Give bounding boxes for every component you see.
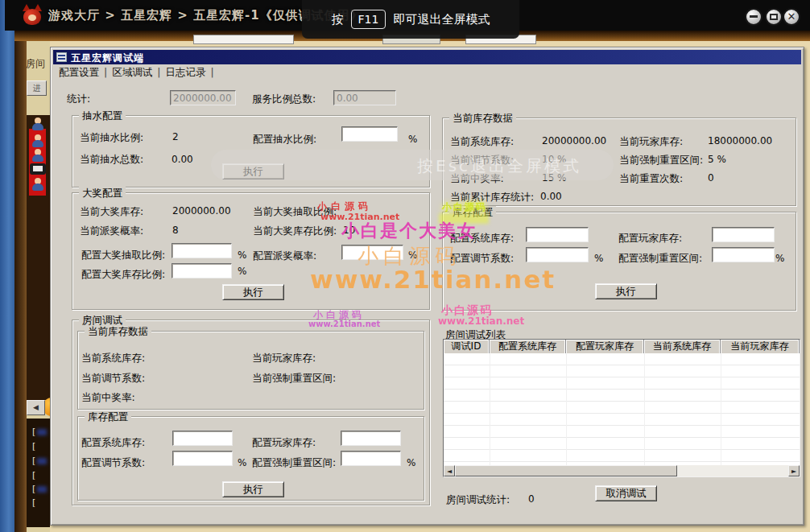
- sidebar-list-item[interactable]: [: [32, 497, 35, 508]
- tab-config-settings[interactable]: 配置设置: [56, 66, 102, 80]
- avatar-body-icon: [32, 123, 43, 130]
- room-current-adjust-factor-label: 当前调节系数:: [81, 372, 145, 386]
- room-debug-table[interactable]: 调试ID 配置系统库存 配置玩家库存 当前系统库存 当前玩家库存 ◄ ►: [443, 339, 800, 477]
- percent-sign: %: [407, 457, 415, 468]
- room-config-system-stock-label: 配置系统库存:: [81, 436, 145, 450]
- room-stock-config-title: 库存配置: [85, 410, 131, 424]
- jackpot-config-title: 大奖配置: [79, 187, 126, 200]
- sidebar-enter-button[interactable]: 进: [27, 80, 47, 96]
- config-jackpot-pool-ratio-label: 配置大奖库存比例:: [81, 268, 165, 282]
- table-body: [444, 353, 800, 465]
- config-jackpot-pool-ratio-input[interactable]: [172, 263, 232, 278]
- scroll-left-arrow-icon[interactable]: ◄: [444, 465, 455, 476]
- room-config-adjust-factor-label: 配置调节系数:: [81, 456, 145, 470]
- horizontal-scrollbar[interactable]: ◄ ►: [444, 465, 800, 476]
- config-pump-ratio-input[interactable]: [341, 126, 398, 142]
- watermark-url: www.21tian.net: [438, 315, 524, 327]
- minimize-icon: [750, 15, 758, 18]
- current-player-stock-label: 当前玩家库存:: [619, 135, 683, 149]
- tab-bar: 配置设置|区域调试|日志记录|: [56, 66, 216, 80]
- column-divider: [490, 353, 490, 465]
- f11-fullscreen-toast: 按 F11 即可退出全屏模式: [302, 0, 519, 39]
- dialog-app-icon: [56, 52, 67, 62]
- current-reset-count-value: 0: [708, 172, 714, 184]
- config-adjust-factor-input[interactable]: [526, 247, 589, 262]
- execute-room-stock-config-button[interactable]: 执行: [222, 481, 284, 497]
- minimize-button[interactable]: [745, 8, 762, 26]
- current-force-reset-range-label: 当前强制重置区间:: [619, 154, 703, 167]
- stats-label: 统计:: [67, 93, 90, 106]
- scrollbar-thumb[interactable]: [455, 465, 677, 476]
- player-avatar[interactable]: [31, 134, 44, 147]
- current-system-stock-label: 当前系统库存:: [450, 135, 514, 149]
- table-header-row: 调试ID 配置系统库存 配置玩家库存 当前系统库存 当前玩家库存: [444, 340, 800, 353]
- sidebar-list-decoration: [37, 486, 47, 493]
- config-force-reset-range-input[interactable]: [712, 247, 775, 262]
- sidebar-list-item[interactable]: [: [32, 427, 35, 437]
- current-reset-count-label: 当前重置次数:: [619, 172, 683, 186]
- column-header-config-player-stock[interactable]: 配置玩家库存: [566, 340, 644, 353]
- room-config-force-reset-range-label: 配置强制重置区间:: [252, 456, 336, 470]
- sidebar-list-item[interactable]: [: [32, 484, 35, 494]
- scroll-right-arrow-icon[interactable]: ►: [788, 465, 800, 476]
- config-player-stock-label: 配置玩家库存:: [618, 232, 682, 245]
- sidebar-list-item[interactable]: [: [32, 441, 35, 452]
- f11-key-badge: F11: [351, 10, 386, 29]
- current-force-reset-range-value: 5 %: [708, 154, 726, 165]
- column-header-debug-id[interactable]: 调试ID: [444, 340, 490, 353]
- close-button[interactable]: ✕: [783, 8, 800, 26]
- room-config-adjust-factor-input[interactable]: [172, 451, 233, 466]
- tab-separator: |: [155, 66, 162, 78]
- room-current-player-stock-label: 当前玩家库存:: [252, 352, 316, 365]
- room-config-player-stock-input[interactable]: [341, 431, 401, 446]
- config-jackpot-draw-input[interactable]: [172, 243, 232, 258]
- room-current-win-rate-label: 当前中奖率:: [81, 391, 135, 405]
- avatar-body-icon: [32, 184, 43, 191]
- current-player-stock-value: 18000000.00: [708, 135, 772, 146]
- cancel-debug-button[interactable]: 取消调试: [595, 485, 657, 501]
- app-logo-icon: [22, 4, 43, 27]
- column-header-current-system-stock[interactable]: 当前系统库存: [644, 340, 721, 353]
- tab-separator: |: [102, 66, 109, 78]
- watermark-url: www.21tian.net: [308, 320, 380, 328]
- sidebar-list-item[interactable]: [: [32, 456, 35, 466]
- avatar-body-icon: [32, 155, 43, 162]
- room-config-system-stock-input[interactable]: [172, 431, 233, 446]
- config-force-reset-range-label: 配置强制重置区间:: [618, 252, 702, 266]
- player-avatar[interactable]: [31, 178, 44, 191]
- percent-sign: %: [408, 134, 417, 145]
- f11-toast-suffix: 即可退出全屏模式: [393, 12, 490, 27]
- room-config-force-reset-range-input[interactable]: [341, 451, 401, 466]
- watermark-url: www.21tian.net: [310, 265, 556, 294]
- execute-stock-config-button[interactable]: 执行: [595, 283, 657, 299]
- column-header-current-player-stock[interactable]: 当前玩家库存: [721, 340, 800, 353]
- room-stock-data-title: 当前库存数据: [85, 325, 151, 339]
- execute-jackpot-button[interactable]: 执行: [222, 284, 284, 300]
- avatar-body-icon: [32, 140, 43, 147]
- column-header-config-system-stock[interactable]: 配置系统库存: [490, 340, 566, 353]
- service-ratio-label: 服务比例总数:: [252, 93, 316, 106]
- esc-toast-text: 按Esc退出全屏模式: [417, 155, 581, 177]
- sidebar-list-decoration: [37, 429, 47, 435]
- sidebar-collapse-button[interactable]: ◀: [27, 400, 45, 415]
- room-current-force-reset-range-label: 当前强制重置区间:: [252, 372, 336, 386]
- current-payout-prob-value: 8: [172, 225, 179, 236]
- config-player-stock-input[interactable]: [712, 227, 775, 242]
- tab-area-debug[interactable]: 区域调试: [109, 66, 155, 80]
- current-system-stock-value: 20000000.00: [542, 135, 606, 146]
- f11-toast-prefix: 按: [332, 12, 344, 27]
- desktop-edge: [0, 0, 14, 532]
- tab-separator: |: [209, 66, 215, 78]
- current-pump-total-label: 当前抽水总数:: [80, 153, 143, 167]
- maximize-button[interactable]: [765, 8, 783, 26]
- config-system-stock-input[interactable]: [526, 227, 589, 242]
- percent-sign: %: [238, 266, 246, 277]
- sidebar-list-item[interactable]: [: [32, 470, 35, 480]
- percent-sign: %: [238, 250, 246, 261]
- dialog-title-bar[interactable]: 五星宏辉调试端: [53, 50, 801, 64]
- dealer-monitor-icon[interactable]: [30, 163, 46, 175]
- column-divider: [644, 353, 645, 465]
- player-avatar[interactable]: [31, 118, 44, 130]
- player-avatar[interactable]: [31, 149, 44, 162]
- tab-log-record[interactable]: 日志记录: [162, 66, 209, 80]
